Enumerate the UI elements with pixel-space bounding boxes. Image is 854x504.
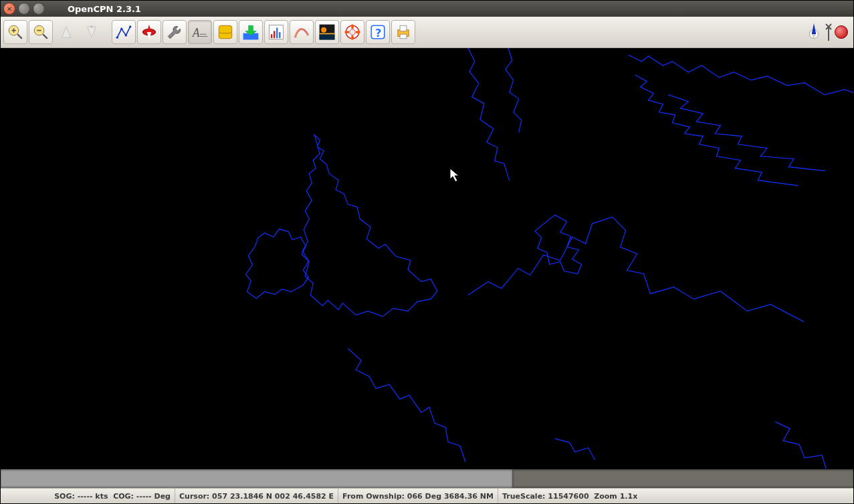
tide-graph-icon: [268, 23, 285, 41]
window-minimize-button[interactable]: [18, 3, 30, 15]
print-button[interactable]: [391, 20, 415, 44]
svg-point-10: [116, 37, 118, 39]
color-scheme-icon: [318, 23, 336, 41]
svg-rect-37: [345, 31, 350, 33]
gps-status-panel: [805, 22, 851, 42]
svg-text:?: ?: [375, 27, 381, 39]
compass-north-icon: [805, 22, 823, 42]
show-tides-button[interactable]: [264, 20, 288, 44]
route-icon: [115, 23, 132, 41]
gps-antenna-icon: [825, 23, 832, 41]
svg-text:A: A: [192, 26, 200, 39]
svg-point-12: [125, 34, 127, 36]
window-close-button[interactable]: ✕: [3, 3, 15, 15]
text-icon: A: [191, 23, 209, 41]
auto-follow-button[interactable]: [137, 20, 161, 44]
status-scale: TrueScale: 11547600 Zoom 1.1x: [498, 489, 641, 503]
ais-icon: [217, 23, 234, 41]
svg-line-1: [17, 34, 22, 39]
scale-up-icon: [58, 23, 75, 41]
wrench-icon: [166, 23, 183, 41]
compass-icon: [140, 23, 158, 41]
status-cursor: Cursor: 057 23.1846 N 002 46.4582 E: [175, 489, 338, 503]
svg-rect-36: [351, 35, 353, 40]
chart-bar-segment[interactable]: [513, 469, 853, 488]
svg-point-13: [129, 25, 131, 27]
toolbar: A: [1, 17, 853, 48]
svg-rect-28: [279, 32, 280, 38]
chart-bar-segment-active[interactable]: [1, 469, 513, 488]
scale-up-button[interactable]: [54, 20, 78, 44]
svg-marker-8: [88, 27, 96, 37]
zoom-in-button[interactable]: [3, 20, 27, 44]
chart-canvas[interactable]: [1, 48, 853, 469]
coastline-overlay: [1, 48, 853, 469]
svg-marker-45: [812, 23, 817, 34]
mob-button[interactable]: [340, 20, 364, 44]
zoom-out-button[interactable]: [29, 20, 53, 44]
svg-rect-43: [400, 34, 407, 39]
toggle-tracking-button[interactable]: [290, 20, 314, 44]
svg-marker-16: [147, 32, 152, 39]
zoom-in-icon: [7, 23, 24, 41]
svg-rect-21: [219, 25, 232, 33]
create-route-button[interactable]: [112, 20, 136, 44]
titlebar[interactable]: ✕ OpenCPN 2.3.1: [1, 1, 853, 17]
app-window: ✕ OpenCPN 2.3.1: [0, 0, 854, 504]
status-from-ownship: From Ownship: 066 Deg 3684.36 NM: [338, 489, 498, 503]
svg-point-9: [90, 25, 92, 27]
status-sog-cog: SOG: ----- kts COG: ----- Deg: [1, 489, 175, 503]
color-scheme-button[interactable]: [315, 20, 339, 44]
current-icon: [242, 23, 259, 41]
scale-down-icon: [83, 23, 100, 41]
svg-rect-30: [320, 34, 335, 39]
svg-marker-15: [147, 25, 152, 32]
window-maximize-button[interactable]: [33, 3, 45, 15]
svg-rect-27: [276, 28, 278, 38]
svg-point-34: [350, 29, 355, 35]
help-icon: ?: [369, 23, 387, 41]
toolbox-button[interactable]: [163, 20, 187, 44]
svg-line-5: [43, 34, 47, 39]
scale-down-button[interactable]: [80, 20, 104, 44]
print-icon: [395, 23, 412, 41]
svg-point-11: [120, 28, 122, 30]
gps-status-dot: [835, 25, 848, 39]
svg-rect-32: [320, 33, 335, 35]
help-button[interactable]: ?: [366, 20, 390, 44]
svg-point-31: [321, 27, 326, 33]
ais-button[interactable]: [213, 20, 237, 44]
svg-marker-7: [62, 27, 71, 37]
show-currents-button[interactable]: [239, 20, 263, 44]
svg-rect-26: [274, 31, 275, 38]
track-icon: [293, 23, 310, 41]
lifering-icon: [344, 23, 361, 41]
status-bar: SOG: ----- kts COG: ----- Deg Cursor: 05…: [1, 488, 853, 503]
svg-rect-38: [356, 31, 360, 33]
window-title: OpenCPN 2.3.1: [68, 4, 141, 14]
chart-bar[interactable]: [1, 469, 853, 488]
svg-rect-25: [271, 34, 272, 38]
zoom-out-icon: [32, 23, 49, 41]
svg-rect-35: [351, 25, 353, 29]
svg-rect-42: [400, 25, 407, 31]
show-enc-text-button[interactable]: A: [188, 20, 212, 44]
